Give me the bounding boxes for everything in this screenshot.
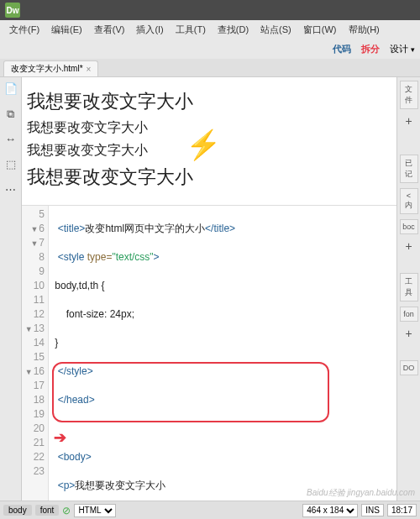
document-tabs: 改变文字大小.html* × [0, 59, 420, 77]
tool-copy-icon[interactable]: ⧉ [4, 107, 18, 121]
menu-view[interactable]: 查看(V) [88, 24, 131, 36]
cursor-position: 18:17 [387, 504, 417, 516]
view-code[interactable]: 代码 [333, 43, 351, 55]
validation-icon[interactable]: ⊘ [62, 505, 71, 516]
language-select[interactable]: HTML [74, 504, 116, 517]
panel-font[interactable]: fon [400, 307, 418, 322]
tab-title: 改变文字大小.html* [11, 63, 83, 75]
dimensions-select[interactable]: 464 x 184 [302, 504, 358, 517]
view-split[interactable]: 拆分 [361, 43, 380, 55]
panel-dom-item[interactable]: < 内 [400, 188, 418, 214]
right-panel: 文件 + 已记 < 内 boc + 工具 fon + DO [396, 77, 420, 501]
breadcrumb-font[interactable]: font [35, 505, 60, 516]
panel-dom[interactable]: DO [400, 360, 418, 375]
left-toolbar: 📄 ⧉ ↔ ⬚ ⋯ [0, 77, 22, 501]
menu-insert[interactable]: 插入(I) [130, 24, 169, 36]
menu-edit[interactable]: 编辑(E) [45, 24, 88, 36]
code-body[interactable]: <title>改变html网页中文字的大小</title> <style typ… [49, 206, 396, 501]
tool-more-icon[interactable]: ⋯ [4, 183, 18, 197]
panel-add-3[interactable]: + [405, 327, 412, 340]
menu-find[interactable]: 查找(D) [212, 24, 255, 36]
tab-close-icon[interactable]: × [87, 65, 92, 74]
action-bar: 代码 拆分 设计 [0, 39, 420, 59]
lightning-icon: ⚡ [186, 128, 221, 161]
menu-site[interactable]: 站点(S) [255, 24, 297, 36]
preview-line-4: 我想要改变文字大小 [27, 165, 391, 190]
status-bar: body font ⊘ HTML 464 x 184 INS 18:17 [0, 501, 420, 519]
menu-file[interactable]: 文件(F) [3, 24, 45, 36]
tool-doc-icon[interactable]: 📄 [4, 82, 18, 96]
tool-resize-icon[interactable]: ↔ [4, 133, 18, 146]
panel-add-1[interactable]: + [405, 114, 412, 128]
tool-rect-icon[interactable]: ⬚ [4, 158, 18, 171]
breadcrumb-body[interactable]: body [3, 505, 32, 516]
menu-tools[interactable]: 工具(T) [170, 24, 212, 36]
code-editor[interactable]: 5 ▼6 ▼7 8 9 10 11 12 ▼13 14 15 ▼16 17 18… [22, 206, 396, 501]
view-design[interactable]: 设计 [390, 43, 415, 55]
panel-tools[interactable]: 工具 [400, 273, 418, 301]
preview-line-1: 我想要改变文字大小 [27, 89, 391, 114]
app-logo: Dw [5, 3, 20, 18]
panel-add-2[interactable]: + [405, 239, 412, 253]
title-bar: Dw [0, 0, 420, 20]
live-preview: 我想要改变文字大小 我想要改变文字大小 我想要改变文字大小 我想要改变文字大小 … [22, 77, 396, 206]
panel-files[interactable]: 文件 [400, 81, 418, 109]
document-tab[interactable]: 改变文字大小.html* × [3, 60, 98, 76]
panel-insert[interactable]: 已记 [400, 155, 418, 183]
line-gutter: 5 ▼6 ▼7 8 9 10 11 12 ▼13 14 15 ▼16 17 18… [22, 206, 49, 501]
menu-help[interactable]: 帮助(H) [343, 24, 386, 36]
menu-bar: 文件(F) 编辑(E) 查看(V) 插入(I) 工具(T) 查找(D) 站点(S… [0, 20, 420, 39]
menu-window[interactable]: 窗口(W) [297, 24, 343, 36]
insert-mode[interactable]: INS [361, 504, 384, 516]
panel-boc[interactable]: boc [400, 219, 418, 234]
annotation-arrow: ➔ [54, 431, 66, 445]
